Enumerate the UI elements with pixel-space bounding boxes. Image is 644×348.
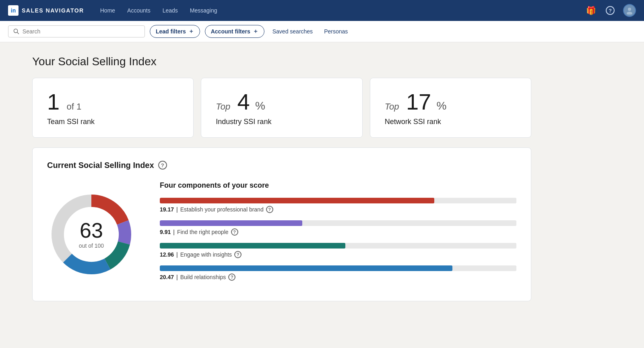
- account-filters-button[interactable]: Account filters ＋: [205, 25, 264, 38]
- brand-score: 19.17: [160, 206, 174, 213]
- svg-text:?: ?: [609, 8, 612, 14]
- relationships-label: 20.47 | Build relationships ?: [160, 273, 516, 281]
- svg-point-2: [628, 8, 631, 11]
- team-big-number: 1: [47, 89, 60, 114]
- industry-ssi-value: Top 4 %: [216, 89, 347, 114]
- search-icon: [13, 28, 19, 35]
- people-help-icon[interactable]: ?: [231, 228, 238, 236]
- search-input[interactable]: [23, 28, 140, 35]
- team-ssi-value: 1 of 1: [47, 89, 179, 114]
- main-content: Your Social Selling Index 1 of 1 Team SS…: [0, 42, 564, 314]
- brand-help-icon[interactable]: ?: [266, 206, 273, 213]
- brand-bar: [160, 198, 434, 203]
- svg-point-3: [627, 12, 632, 14]
- brand-label: 19.17 | Establish your professional bran…: [160, 206, 516, 213]
- relationships-help-icon[interactable]: ?: [228, 273, 235, 281]
- nav-actions: 🎁 ?: [584, 4, 636, 17]
- donut-chart: 63 out of 100: [47, 190, 136, 279]
- insights-label: 12.96 | Engage with insights ?: [160, 251, 516, 258]
- insights-bar: [160, 243, 345, 249]
- network-ssi-label: Network SSI rank: [385, 118, 516, 126]
- brand-bar-wrap: [160, 198, 516, 203]
- people-component: 9.91 | Find the right people ?: [160, 220, 516, 236]
- industry-ssi-card: Top 4 % Industry SSI rank: [201, 78, 362, 138]
- ssi-section-title: Current Social Selling Index: [47, 161, 154, 170]
- ssi-help-icon[interactable]: ?: [158, 161, 167, 170]
- team-ssi-card: 1 of 1 Team SSI rank: [32, 78, 194, 138]
- people-bar-wrap: [160, 220, 516, 226]
- nav-links: Home Accounts Leads Messaging: [95, 5, 584, 16]
- components-title: Four components of your score: [160, 181, 516, 190]
- relationships-component: 20.47 | Build relationships ?: [160, 265, 516, 281]
- insights-bar-wrap: [160, 243, 516, 249]
- lead-filters-button[interactable]: Lead filters ＋: [150, 25, 200, 38]
- gift-icon-button[interactable]: 🎁: [584, 4, 597, 17]
- people-score: 9.91: [160, 229, 171, 235]
- help-icon-button[interactable]: ?: [604, 4, 617, 17]
- people-label: 9.91 | Find the right people ?: [160, 228, 516, 236]
- nav-leads[interactable]: Leads: [158, 5, 183, 16]
- linkedin-icon: in: [8, 5, 19, 16]
- donut-out-of: out of 100: [79, 242, 104, 249]
- page-title: Your Social Selling Index: [32, 55, 531, 68]
- team-ssi-label: Team SSI rank: [47, 118, 179, 126]
- relationships-bar: [160, 265, 452, 271]
- people-bar: [160, 220, 302, 226]
- brand-component: 19.17 | Establish your professional bran…: [160, 198, 516, 213]
- insights-component: 12.96 | Engage with insights ?: [160, 243, 516, 258]
- navigation: in SALES NAVIGATOR Home Accounts Leads M…: [0, 0, 644, 21]
- donut-center: 63 out of 100: [79, 220, 104, 249]
- rank-cards: 1 of 1 Team SSI rank Top 4 % Industry SS…: [32, 78, 531, 138]
- relationships-score: 20.47: [160, 274, 174, 280]
- donut-score: 63: [79, 220, 104, 241]
- insights-help-icon[interactable]: ?: [234, 251, 242, 258]
- network-big-number: 17: [406, 89, 431, 114]
- avatar[interactable]: [623, 4, 636, 17]
- nav-accounts[interactable]: Accounts: [122, 5, 155, 16]
- industry-top-label: Top: [216, 102, 230, 112]
- relationships-bar-wrap: [160, 265, 516, 271]
- nav-home[interactable]: Home: [95, 5, 120, 16]
- plus-icon: ＋: [253, 28, 258, 35]
- search-input-wrap[interactable]: [8, 25, 145, 37]
- search-bar: Lead filters ＋ Account filters ＋ Saved s…: [0, 21, 644, 42]
- industry-big-number: 4: [237, 89, 250, 114]
- ssi-section: Current Social Selling Index ?: [32, 147, 531, 301]
- insights-score: 12.96: [160, 251, 174, 258]
- network-ssi-card: Top 17 % Network SSI rank: [370, 78, 531, 138]
- logo[interactable]: in SALES NAVIGATOR: [8, 5, 84, 16]
- team-small-text: of 1: [67, 102, 82, 112]
- people-name: Find the right people: [177, 229, 229, 235]
- svg-line-5: [17, 32, 19, 34]
- industry-ssi-label: Industry SSI rank: [216, 118, 347, 126]
- brand-name: SALES NAVIGATOR: [22, 7, 84, 14]
- brand-name: Establish your professional brand: [180, 206, 264, 213]
- ssi-section-header: Current Social Selling Index ?: [47, 161, 516, 170]
- insights-name: Engage with insights: [180, 251, 232, 258]
- relationships-name: Build relationships: [180, 274, 226, 280]
- network-top-label: Top: [385, 102, 399, 112]
- components-panel: Four components of your score 19.17 | Es…: [160, 181, 516, 288]
- plus-icon: ＋: [188, 28, 194, 35]
- personas-link[interactable]: Personas: [321, 26, 351, 37]
- network-ssi-value: Top 17 %: [385, 89, 516, 114]
- ssi-content: 63 out of 100 Four components of your sc…: [47, 181, 516, 288]
- industry-percent: %: [255, 99, 265, 112]
- saved-searches-link[interactable]: Saved searches: [269, 26, 316, 37]
- nav-messaging[interactable]: Messaging: [185, 5, 222, 16]
- network-percent: %: [437, 99, 447, 112]
